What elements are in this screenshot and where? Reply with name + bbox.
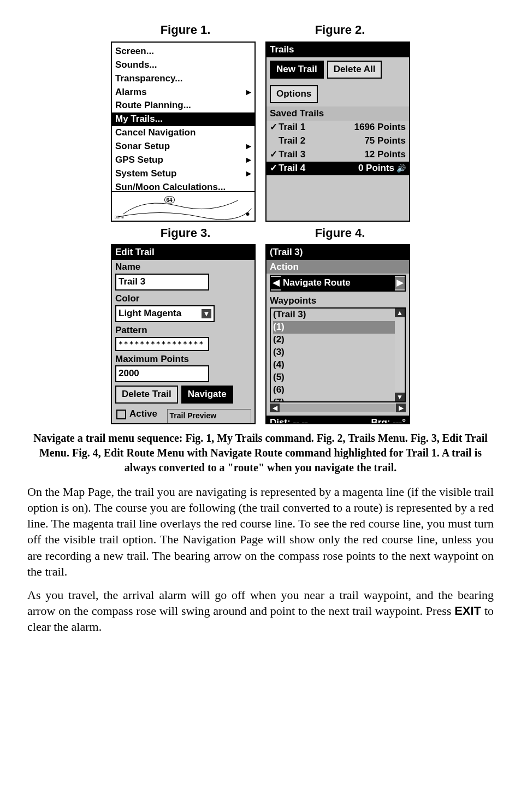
menu-item-label: Alarms bbox=[115, 86, 147, 99]
waypoint-item[interactable]: (3) bbox=[273, 346, 405, 359]
para2-part-a: As you travel, the arrival alarm will go… bbox=[27, 588, 494, 618]
name-field[interactable]: Trail 3 bbox=[115, 274, 209, 291]
name-label: Name bbox=[112, 260, 254, 274]
svg-point-1 bbox=[246, 212, 250, 216]
submenu-arrow-icon: ▸ bbox=[246, 86, 251, 99]
delete-trail-button[interactable]: Delete Trail bbox=[115, 386, 178, 404]
menu-item[interactable]: Sounds... bbox=[112, 58, 254, 72]
scroll-up-icon: ▲ bbox=[395, 309, 405, 317]
waypoint-item[interactable]: (1) bbox=[273, 321, 405, 334]
figure1-label: Figure 1. bbox=[113, 22, 258, 38]
name-value: Trail 3 bbox=[119, 276, 145, 288]
saved-trails-label: Saved Trails bbox=[267, 106, 409, 121]
menu-item-label: Screen... bbox=[115, 45, 154, 58]
scroll-track bbox=[280, 404, 396, 412]
chevron-down-icon: ▼ bbox=[202, 309, 211, 319]
figure4-label: Figure 4. bbox=[268, 225, 412, 241]
trail-name: Trail 4 bbox=[279, 162, 358, 175]
color-select[interactable]: Light Magenta▼ bbox=[115, 305, 215, 322]
pattern-field[interactable]: **************** bbox=[115, 337, 209, 351]
menu-item-label: Sounds... bbox=[115, 59, 157, 72]
menu-item-label: GPS Setup bbox=[115, 154, 163, 167]
horizontal-scrollbar[interactable]: ◀ ▶ bbox=[270, 404, 406, 412]
action-label: Action bbox=[267, 260, 409, 274]
color-value: Light Magenta bbox=[119, 307, 181, 320]
check-icon: ✓ bbox=[270, 162, 279, 175]
trail-preview-label: Trail Preview bbox=[170, 411, 249, 421]
waypoint-item[interactable]: (6) bbox=[273, 384, 405, 396]
exit-key-label: EXIT bbox=[454, 604, 481, 618]
menu-item[interactable]: Cancel Navigation bbox=[112, 126, 254, 140]
trail-row[interactable]: ✓Trail 40 Points🔊 bbox=[267, 162, 409, 175]
trail-points: 75 Points bbox=[364, 135, 406, 147]
max-points-value: 2000 bbox=[119, 368, 139, 380]
options-button[interactable]: Options bbox=[270, 85, 318, 103]
trails-title: Trails bbox=[267, 43, 409, 57]
route-title: (Trail 3) bbox=[267, 245, 409, 260]
menu-item-label: My Trails... bbox=[115, 113, 163, 126]
color-label: Color bbox=[112, 292, 254, 305]
figure1-panel: Screen...Sounds...Transparency...Alarms▸… bbox=[111, 42, 256, 222]
trail-preview-box: Trail Preview bbox=[167, 409, 252, 424]
action-value: Navigate Route bbox=[281, 276, 395, 291]
submenu-arrow-icon: ▸ bbox=[246, 168, 251, 180]
waypoint-item[interactable]: (4) bbox=[273, 359, 405, 371]
speaker-icon: 🔊 bbox=[396, 163, 406, 174]
waypoint-item[interactable]: (5) bbox=[273, 371, 405, 384]
trail-row[interactable]: ✓Trail 11696 Points bbox=[267, 121, 409, 134]
action-select[interactable]: ◀ Navigate Route ▶ bbox=[270, 275, 406, 292]
checkbox-checked-icon bbox=[116, 424, 126, 425]
trail-row[interactable]: ✓Trail 312 Points bbox=[267, 148, 409, 162]
route-status-bar: Dist: --.-- Brg: ---° bbox=[267, 416, 409, 424]
check-icon: ✓ bbox=[270, 121, 279, 134]
menu-item[interactable]: Screen... bbox=[112, 45, 254, 58]
figure3-label: Figure 3. bbox=[113, 225, 258, 241]
trail-name: Trail 1 bbox=[279, 121, 354, 134]
new-trail-button[interactable]: New Trail bbox=[270, 61, 324, 79]
waypoint-list-box: (Trail 3)(1)(2)(3)(4)(5)(6)(7)(8)(9) ▲ ▼ bbox=[270, 307, 406, 402]
menu-item[interactable]: Sonar Setup▸ bbox=[112, 140, 254, 153]
figure-caption: Navigate a trail menu sequence: Fig. 1, … bbox=[27, 431, 494, 475]
menu-item[interactable]: My Trails... bbox=[112, 112, 254, 126]
menu-item-label: Route Planning... bbox=[115, 99, 191, 112]
trail-name: Trail 3 bbox=[279, 149, 364, 161]
figure2-panel: Trails New Trail Delete All Options Save… bbox=[265, 42, 410, 222]
figure4-panel: (Trail 3) Action ◀ Navigate Route ▶ Wayp… bbox=[265, 244, 410, 424]
saved-trail-list: ✓Trail 11696 PointsTrail 275 Points✓Trai… bbox=[267, 121, 409, 175]
bearing-readout: Brg: ---° bbox=[371, 417, 406, 424]
menu-item-label: Cancel Navigation bbox=[115, 127, 196, 139]
waypoint-item[interactable]: (2) bbox=[273, 334, 405, 346]
trail-points: 1696 Points bbox=[354, 121, 406, 134]
menu-item[interactable]: Transparency... bbox=[112, 72, 254, 86]
vertical-scrollbar[interactable]: ▲ ▼ bbox=[395, 309, 405, 401]
navigate-button[interactable]: Navigate bbox=[181, 386, 233, 404]
visible-label: Visible bbox=[129, 423, 159, 424]
edit-trail-title: Edit Trail bbox=[112, 245, 254, 260]
menu-item[interactable]: Route Planning... bbox=[112, 99, 254, 112]
active-checkbox-row[interactable]: Active bbox=[112, 407, 164, 422]
submenu-arrow-icon: ▸ bbox=[246, 154, 251, 167]
waypoint-list[interactable]: (Trail 3)(1)(2)(3)(4)(5)(6)(7)(8)(9) bbox=[271, 309, 405, 402]
trail-points: 12 Points bbox=[364, 149, 406, 161]
trail-row[interactable]: Trail 275 Points bbox=[267, 134, 409, 148]
delete-all-button[interactable]: Delete All bbox=[327, 61, 382, 79]
waypoint-item[interactable]: (7) bbox=[273, 396, 405, 402]
visible-checkbox-row[interactable]: Visible bbox=[112, 422, 164, 424]
trail-points: 0 Points bbox=[358, 162, 394, 175]
scroll-right-icon: ▶ bbox=[396, 404, 406, 412]
checkbox-unchecked-icon bbox=[116, 410, 126, 419]
body-paragraph-1: On the Map Page, the trail you are navig… bbox=[27, 484, 494, 579]
map-scale-label: 30mi bbox=[115, 215, 125, 220]
menu-item[interactable]: System Setup▸ bbox=[112, 167, 254, 181]
max-points-label: Maximum Points bbox=[112, 352, 254, 366]
body-paragraph-2: As you travel, the arrival alarm will go… bbox=[27, 587, 494, 635]
figure3-panel: Edit Trail Name Trail 3 Color Light Mage… bbox=[111, 244, 256, 424]
menu-item[interactable]: Alarms▸ bbox=[112, 86, 254, 99]
waypoints-label: Waypoints bbox=[267, 294, 409, 307]
hwy-label: 64 bbox=[167, 197, 173, 203]
check-icon: ✓ bbox=[270, 149, 279, 161]
max-points-field[interactable]: 2000 bbox=[115, 365, 209, 382]
dist-readout: Dist: --.-- bbox=[270, 417, 308, 424]
scroll-down-icon: ▼ bbox=[395, 393, 405, 401]
menu-item[interactable]: GPS Setup▸ bbox=[112, 153, 254, 167]
